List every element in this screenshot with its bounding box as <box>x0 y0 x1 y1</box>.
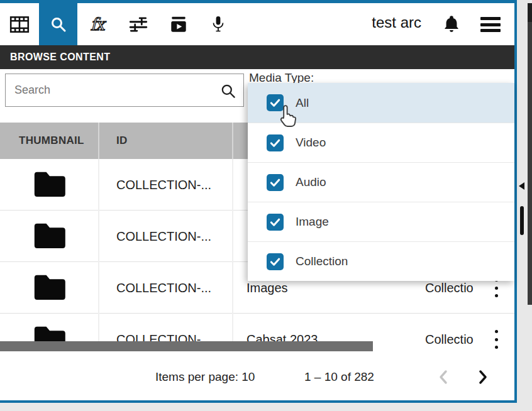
media-type-option-collection[interactable]: Collection <box>248 241 514 281</box>
top-toolbar: fx <box>0 3 514 45</box>
browse-content-window: fx <box>0 0 517 403</box>
column-header-id[interactable]: ID <box>116 123 128 159</box>
page-title: BROWSE CONTENT <box>0 45 514 69</box>
chevron-left-icon <box>436 369 450 385</box>
adjacent-panel-edge <box>528 3 532 305</box>
cell-type: Collectio <box>425 314 480 351</box>
workspace-title: test arc <box>372 14 421 31</box>
sliders-icon <box>128 14 149 35</box>
option-label: Image <box>296 215 329 229</box>
tab-media[interactable] <box>0 3 39 45</box>
tab-search[interactable] <box>39 3 77 45</box>
previous-page-button[interactable] <box>434 368 453 386</box>
checkbox-checked-icon[interactable] <box>267 174 284 191</box>
folder-icon <box>33 273 67 302</box>
column-divider <box>232 159 233 351</box>
search-input[interactable] <box>6 74 243 106</box>
cell-id: COLLECTION-... <box>116 262 211 314</box>
hand-cursor-icon <box>277 104 299 128</box>
option-label: Video <box>296 136 326 150</box>
media-type-dropdown: All Video Audio Image <box>248 83 514 281</box>
bell-icon <box>442 14 461 35</box>
checkbox-checked-icon[interactable] <box>267 214 284 231</box>
column-divider <box>98 159 99 351</box>
notifications-button[interactable] <box>442 14 461 37</box>
column-divider[interactable] <box>232 123 233 159</box>
cell-id: COLLECTION-... <box>116 211 211 262</box>
tab-filters[interactable] <box>118 3 158 45</box>
vertical-scrollbar[interactable] <box>520 206 524 235</box>
fx-icon: fx <box>90 14 103 34</box>
adjacent-panel-edge-top <box>528 3 532 22</box>
tab-effects[interactable]: fx <box>77 3 116 45</box>
film-icon <box>9 14 30 35</box>
collapse-arrow-icon[interactable] <box>519 182 524 190</box>
horizontal-scrollbar[interactable] <box>0 341 373 351</box>
search-box <box>5 74 244 107</box>
tab-voice-search[interactable] <box>198 3 238 45</box>
search-icon[interactable] <box>219 82 237 100</box>
media-type-option-image[interactable]: Image <box>248 202 514 241</box>
column-header-thumbnail[interactable]: THUMBNAIL <box>19 123 84 159</box>
items-per-page[interactable]: Items per page: 10 <box>155 370 255 384</box>
option-label: Audio <box>296 175 326 189</box>
media-type-option-audio[interactable]: Audio <box>248 162 514 202</box>
search-icon <box>48 14 69 35</box>
next-page-button[interactable] <box>474 368 492 386</box>
media-type-option-video[interactable]: Video <box>248 123 514 162</box>
kebab-menu-icon[interactable] <box>492 278 500 297</box>
pagination-range: 1 – 10 of 282 <box>304 370 374 384</box>
video-queue-icon <box>168 14 189 35</box>
column-divider[interactable] <box>98 123 99 159</box>
cell-id: COLLECTION-... <box>116 159 211 211</box>
option-label: Collection <box>296 255 348 268</box>
hamburger-menu-icon[interactable] <box>480 17 501 32</box>
media-type-option-all[interactable]: All <box>248 83 514 123</box>
microphone-icon <box>208 14 228 35</box>
folder-icon <box>33 170 67 199</box>
folder-icon <box>33 221 67 250</box>
checkbox-checked-icon[interactable] <box>267 134 284 151</box>
chevron-right-icon <box>476 369 490 385</box>
tab-video-queue[interactable] <box>158 3 198 45</box>
kebab-menu-icon[interactable] <box>492 330 500 349</box>
checkbox-checked-icon[interactable] <box>267 253 284 270</box>
